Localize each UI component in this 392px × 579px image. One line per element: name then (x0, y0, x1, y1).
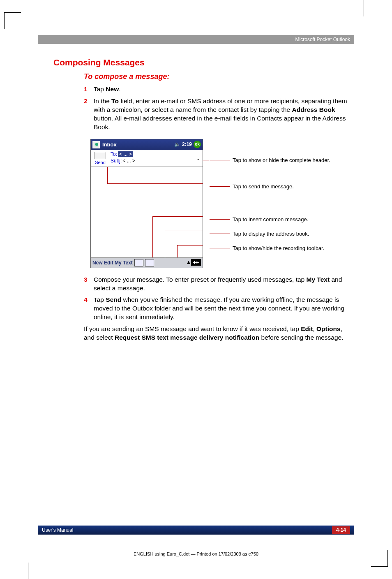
device-screenshot: ⊞ Inbox 🔈 2:19 ok Send To: (90, 139, 203, 268)
callout-line (165, 231, 203, 231)
step-number: 4 (84, 296, 94, 322)
footer-page: 4-14 (332, 526, 350, 534)
crop-mark-bl (28, 563, 28, 579)
subj-field[interactable]: < ... > (122, 158, 135, 164)
page-header-strip: Microsoft Pocket Outlook (38, 35, 354, 44)
callout-line (107, 167, 108, 183)
menu-new[interactable]: New (92, 260, 103, 266)
step-item: 2 In the To field, enter an e-mail or SM… (84, 97, 351, 132)
print-info: ENGLISH using Euro_C.dot — Printed on 17… (0, 551, 392, 556)
subj-label: Subj: (111, 158, 122, 164)
step-number: 3 (84, 276, 94, 293)
callout-text: Tap to send the message. (233, 183, 294, 190)
compose-header-fields: To: < ... > Subj: < ... > ⌄ (110, 150, 203, 167)
callout-text: Tap to show or hide the complete header. (233, 157, 330, 163)
header-toggle-icon[interactable]: ⌄ (195, 156, 201, 162)
step-text: Compose your message. To enter preset or… (94, 276, 351, 293)
device-toolbar: New Edit My Text (91, 257, 203, 268)
footer-left: User's Manual (42, 527, 73, 533)
step-number: 1 (84, 85, 94, 94)
step-item: 1 Tap New. (84, 85, 351, 94)
to-field[interactable]: < ... > (118, 151, 133, 157)
address-book-icon[interactable] (134, 259, 143, 266)
step-item: 3 Compose your message. To enter preset … (84, 276, 351, 293)
menu-edit[interactable]: Edit (104, 260, 113, 266)
callout-line (177, 245, 178, 257)
callout-line (152, 216, 153, 257)
step-number: 2 (84, 97, 94, 132)
callout-line (203, 160, 209, 160)
to-label: To: (111, 151, 117, 157)
callout-text: Tap to insert common message. (233, 216, 308, 222)
envelope-icon[interactable] (95, 152, 106, 159)
send-button[interactable]: Send (95, 160, 106, 165)
callout-line (165, 231, 165, 257)
section-heading: Composing Messages (53, 58, 351, 67)
message-body-area[interactable] (91, 167, 203, 257)
closing-paragraph: If you are sending an SMS message and wa… (84, 325, 351, 342)
callout-text: Tap to show/hide the recording toolbar. (233, 245, 324, 251)
up-arrow-icon[interactable] (187, 261, 190, 264)
start-icon[interactable]: ⊞ (92, 141, 100, 148)
step-text: Tap New. (94, 85, 351, 94)
subsection-heading: To compose a message: (84, 72, 351, 81)
crop-mark-tr (364, 0, 364, 16)
app-title: Inbox (102, 141, 117, 148)
speaker-icon[interactable]: 🔈 (174, 141, 180, 147)
callout-line (152, 216, 203, 217)
step-item: 4 Tap Send when you've finished the mess… (84, 296, 351, 322)
clock-text: 2:19 (182, 141, 192, 147)
callout-text: Tap to display the address book. (233, 231, 309, 237)
callout-line (107, 183, 203, 184)
header-text: Microsoft Pocket Outlook (295, 37, 350, 42)
keyboard-icon[interactable] (191, 259, 201, 266)
ok-button[interactable]: ok (194, 141, 201, 148)
device-titlebar: ⊞ Inbox 🔈 2:19 ok (91, 139, 203, 150)
callout-line (177, 245, 203, 245)
page-footer-bar: User's Manual 4-14 (38, 526, 354, 535)
step-text: In the To field, enter an e-mail or SMS … (94, 97, 351, 132)
step-text: Tap Send when you've finished the messag… (94, 296, 351, 322)
recording-toolbar-icon[interactable] (145, 259, 154, 266)
crop-mark-tl (4, 12, 21, 29)
menu-mytext[interactable]: My Text (115, 260, 133, 266)
